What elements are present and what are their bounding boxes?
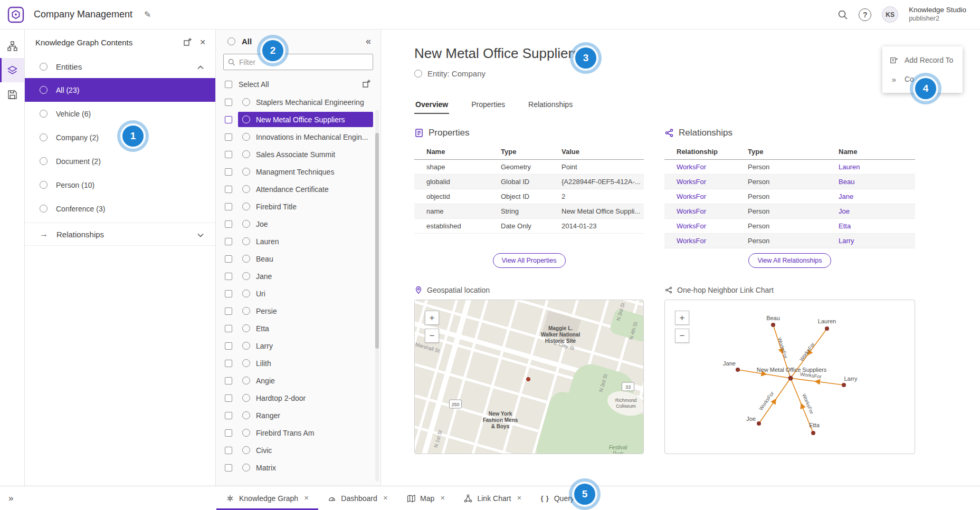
close-tab-icon[interactable]: ✕	[517, 495, 521, 502]
list-item[interactable]: Firebird Title	[216, 198, 373, 215]
list-item[interactable]: Jane	[216, 267, 373, 285]
list-item[interactable]: Angie	[216, 372, 373, 389]
chevron-down-icon[interactable]	[197, 230, 204, 239]
node-joe[interactable]	[757, 421, 761, 426]
collapse-panel-icon[interactable]: «	[366, 36, 371, 47]
scrollbar-thumb[interactable]	[375, 133, 379, 349]
item-checkbox[interactable]	[225, 99, 232, 106]
relationship-link[interactable]: WorksFor	[664, 204, 746, 219]
scrollbar-track[interactable]	[375, 110, 379, 482]
list-item[interactable]: Firebird Trans Am	[216, 424, 373, 441]
table-row[interactable]: globalidGlobal ID{A228944F-0EF5-412A-...	[414, 175, 644, 189]
add-selection-icon[interactable]	[361, 79, 371, 90]
zoom-in-button[interactable]: +	[425, 311, 439, 325]
list-item[interactable]: Lilith	[216, 354, 373, 372]
menu-item-add-record-to[interactable]: Add Record To	[882, 51, 963, 70]
tab-overview[interactable]: Overview	[414, 97, 449, 114]
list-item[interactable]: Lauren	[216, 233, 373, 250]
node-jane[interactable]	[736, 368, 740, 372]
entity-type-vehicle[interactable]: Vehicle (6)	[25, 102, 215, 126]
chevron-up-icon[interactable]	[197, 62, 204, 71]
close-panel-icon[interactable]: ✕	[199, 38, 206, 46]
item-checkbox[interactable]	[225, 220, 232, 228]
select-all-checkbox[interactable]	[225, 81, 232, 88]
table-row[interactable]: WorksForPersonBeau	[664, 175, 915, 189]
node-larry[interactable]	[842, 383, 846, 387]
item-checkbox[interactable]	[225, 290, 232, 297]
avatar[interactable]: KS	[882, 6, 898, 23]
close-tab-icon[interactable]: ✕	[440, 495, 445, 502]
list-item[interactable]: Matrix	[216, 459, 373, 476]
zoom-out-button[interactable]: −	[425, 329, 439, 343]
entity-type-all[interactable]: All (23)	[25, 78, 215, 102]
relationship-link[interactable]: WorksFor	[664, 189, 746, 204]
select-all-row[interactable]: Select All	[216, 75, 380, 93]
search-button[interactable]	[838, 9, 848, 20]
list-item[interactable]: Innovations in Mechanical Engin...	[216, 128, 373, 146]
help-icon[interactable]: ?	[859, 8, 871, 21]
table-row[interactable]: establishedDate Only2014-01-23	[414, 219, 644, 234]
item-checkbox[interactable]	[225, 273, 232, 280]
map-canvas[interactable]: Maggie L. Walker National Historic Site …	[414, 300, 644, 454]
entity-link[interactable]: Larry	[836, 234, 915, 248]
filter-input[interactable]	[239, 58, 368, 66]
layers-icon[interactable]	[0, 58, 24, 82]
table-row[interactable]: WorksForPersonLarry	[664, 234, 915, 248]
item-checkbox[interactable]	[225, 394, 232, 402]
relationship-link[interactable]: WorksFor	[664, 234, 746, 248]
list-item-selected[interactable]: New Metal Office Suppliers	[216, 111, 373, 128]
node-etta[interactable]	[811, 431, 815, 435]
list-item[interactable]: Uri	[216, 285, 373, 302]
list-item[interactable]: Etta	[216, 320, 373, 337]
item-checkbox[interactable]	[225, 342, 232, 350]
list-item[interactable]: Larry	[216, 337, 373, 354]
table-row[interactable]: objectidObject ID2	[414, 189, 644, 204]
save-icon[interactable]	[0, 82, 24, 107]
table-row[interactable]: WorksForPersonLauren	[664, 160, 915, 175]
view-all-relationships-button[interactable]: View All Relationships	[748, 253, 831, 268]
hierarchy-icon[interactable]	[0, 34, 24, 58]
relationship-link[interactable]: WorksFor	[664, 219, 746, 234]
entity-link[interactable]: Etta	[836, 219, 915, 234]
item-checkbox[interactable]	[225, 429, 232, 437]
table-row[interactable]: shapeGeometryPoint	[414, 160, 644, 175]
zoom-out-button[interactable]: −	[675, 329, 689, 343]
table-row[interactable]: WorksForPersonJoe	[664, 204, 915, 219]
entity-link[interactable]: Beau	[836, 175, 915, 189]
entities-section-header[interactable]: Entities	[25, 55, 215, 78]
item-checkbox[interactable]	[225, 325, 232, 332]
table-row[interactable]: WorksForPersonJane	[664, 189, 915, 204]
list-item[interactable]: Ranger	[216, 407, 373, 424]
new-layer-icon[interactable]	[183, 37, 192, 47]
item-checkbox[interactable]	[225, 360, 232, 367]
item-checkbox[interactable]	[225, 203, 232, 210]
list-item[interactable]: Joe	[216, 215, 373, 233]
relationship-link[interactable]: WorksFor	[664, 175, 746, 189]
tab-properties[interactable]: Properties	[470, 97, 506, 114]
list-item[interactable]: Hardtop 2-door	[216, 389, 373, 407]
view-all-properties-button[interactable]: View All Properties	[493, 253, 566, 268]
list-item[interactable]: Attendance Certificate	[216, 180, 373, 198]
item-checkbox[interactable]	[225, 377, 232, 384]
entity-link[interactable]: Jane	[836, 189, 915, 204]
list-item[interactable]: Beau	[216, 250, 373, 267]
list-item[interactable]: Persie	[216, 302, 373, 320]
node-beau[interactable]	[771, 323, 775, 327]
tab-relationships[interactable]: Relationships	[527, 97, 574, 114]
entity-type-company[interactable]: Company (2)	[25, 126, 215, 149]
entity-type-conference[interactable]: Conference (3)	[25, 197, 215, 220]
item-checkbox[interactable]	[225, 151, 232, 158]
item-checkbox[interactable]	[225, 255, 232, 263]
item-checkbox[interactable]	[225, 186, 232, 193]
entity-type-person[interactable]: Person (10)	[25, 173, 215, 197]
app-logo-icon[interactable]	[7, 6, 24, 23]
list-item[interactable]: Staplers Mechanical Engineering	[216, 93, 373, 111]
node-center[interactable]	[788, 376, 793, 381]
entity-link[interactable]: Lauren	[836, 160, 915, 175]
list-item[interactable]: Managment Techniques	[216, 163, 373, 180]
tab-dashboard[interactable]: Dashboard ✕	[318, 486, 397, 510]
expand-panel-icon[interactable]: »	[8, 486, 13, 510]
entity-type-document[interactable]: Document (2)	[25, 149, 215, 173]
link-chart-canvas[interactable]: WorksFor WorksFor WorksFor WorksFor Work…	[664, 300, 915, 454]
tab-knowledge-graph[interactable]: Knowledge Graph ✕	[216, 486, 318, 510]
